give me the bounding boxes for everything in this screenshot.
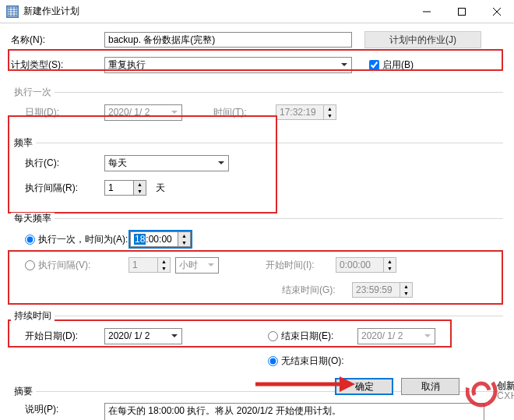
time-hour-selected[interactable]: 18	[134, 234, 146, 245]
daily-start-spinner: ▲▼	[336, 257, 396, 273]
daily-end-label: 结束时间(G):	[282, 284, 352, 297]
duration-start-row: 开始日期(D): 结束日期(E):	[25, 327, 503, 344]
once-time-label: 时间(T):	[213, 106, 276, 119]
summary-desc-textarea[interactable]	[104, 403, 484, 420]
daily-start-label: 开始时间(I):	[266, 259, 336, 272]
summary-row: 说明(P):	[25, 403, 503, 420]
app-icon	[6, 5, 19, 18]
spinner-up-icon: ▲	[158, 258, 170, 265]
freq-interval-label: 执行间隔(R):	[25, 182, 104, 195]
daily-end-row: 结束时间(G): ▲▼	[282, 281, 503, 298]
spinner-down-icon: ▼	[178, 239, 190, 246]
summary-desc-label: 说明(P):	[25, 403, 104, 416]
watermark-logo: 创新互联 CXHLCOM	[466, 372, 514, 412]
cancel-button[interactable]: 取消	[401, 378, 459, 395]
daily-interval-unit-select	[175, 257, 219, 274]
ok-button[interactable]: 确定	[335, 378, 393, 395]
maximize-button[interactable]	[444, 0, 479, 23]
freq-interval-row: 执行间隔(R): ▲▼ 天	[25, 179, 503, 196]
spinner-up-icon: ▲	[178, 232, 190, 239]
svg-text:CXHLCOM: CXHLCOM	[497, 390, 514, 401]
no-end-date-label: 无结束日期(O):	[281, 355, 344, 368]
svg-point-13	[470, 380, 491, 401]
daily-interval-label: 执行间隔(V):	[38, 259, 128, 272]
close-button[interactable]	[479, 0, 514, 23]
once-time-spinner: ▲▼	[276, 104, 336, 120]
execute-once-legend: 执行一次	[11, 86, 503, 99]
freq-interval-spinner[interactable]: ▲▼	[104, 180, 146, 196]
spinner-up-icon: ▲	[384, 258, 396, 265]
svg-point-12	[466, 372, 501, 410]
name-row: 名称(N): 计划中的作业(J)	[11, 31, 503, 48]
enable-label: 启用(B)	[382, 58, 414, 72]
name-input[interactable]	[104, 32, 352, 48]
svg-rect-7	[458, 8, 465, 15]
freq-exec-select[interactable]	[104, 155, 229, 171]
daily-freq-legend: 每天频率	[11, 212, 503, 225]
once-date-input	[104, 104, 182, 121]
daily-interval-radio[interactable]	[25, 260, 35, 270]
schedule-type-label: 计划类型(S):	[11, 58, 104, 72]
schedule-type-select[interactable]	[104, 57, 352, 73]
frequency-legend: 频率	[11, 136, 503, 150]
once-row: 日期(D): 时间(T): ▲▼	[25, 104, 503, 121]
freq-interval-unit: 天	[156, 182, 165, 195]
titlebar: 新建作业计划	[0, 0, 514, 23]
no-end-date-radio[interactable]	[268, 356, 278, 366]
minimize-button[interactable]	[409, 0, 444, 23]
end-date-radio[interactable]	[268, 331, 278, 341]
daily-interval-spinner: ▲▼	[128, 257, 171, 273]
daily-once-row: 执行一次，时间为(A): 18:00:00 ▲▼	[25, 230, 503, 249]
spinner-down-icon: ▼	[384, 265, 396, 272]
daily-end-spinner: ▲▼	[352, 282, 413, 298]
jobs-in-plan-button[interactable]: 计划中的作业(J)	[364, 31, 481, 48]
duration-legend: 持续时间	[11, 309, 503, 323]
daily-interval-row: 执行间隔(V): ▲▼ 开始时间(I): ▲▼	[25, 256, 503, 274]
once-date-label: 日期(D):	[25, 106, 104, 119]
daily-once-label: 执行一次，时间为(A):	[38, 233, 128, 246]
freq-exec-row: 执行(C):	[25, 154, 503, 171]
end-date-label: 结束日期(E):	[281, 330, 357, 343]
svg-text:创新互联: 创新互联	[496, 380, 514, 391]
spinner-down-icon: ▼	[324, 112, 336, 119]
start-date-label: 开始日期(D):	[25, 330, 104, 343]
name-label: 名称(N):	[11, 34, 104, 47]
spinner-down-icon: ▼	[158, 265, 170, 272]
freq-exec-label: 执行(C):	[25, 157, 104, 170]
spinner-up-icon: ▲	[324, 105, 336, 112]
start-date-input[interactable]	[104, 328, 182, 344]
spinner-up-icon: ▲	[134, 181, 146, 188]
duration-noend-row: 无结束日期(O):	[268, 352, 503, 369]
enable-checkbox[interactable]	[369, 60, 379, 70]
spinner-down-icon: ▼	[134, 188, 146, 195]
daily-once-radio[interactable]	[25, 235, 35, 245]
spinner-down-icon: ▼	[400, 290, 412, 297]
spinner-up-icon: ▲	[400, 283, 412, 290]
schedule-type-row: 计划类型(S): 启用(B)	[11, 56, 503, 73]
end-date-input	[357, 328, 435, 344]
window-title: 新建作业计划	[23, 5, 409, 18]
daily-once-time-spinner[interactable]: 18:00:00 ▲▼	[128, 230, 192, 249]
